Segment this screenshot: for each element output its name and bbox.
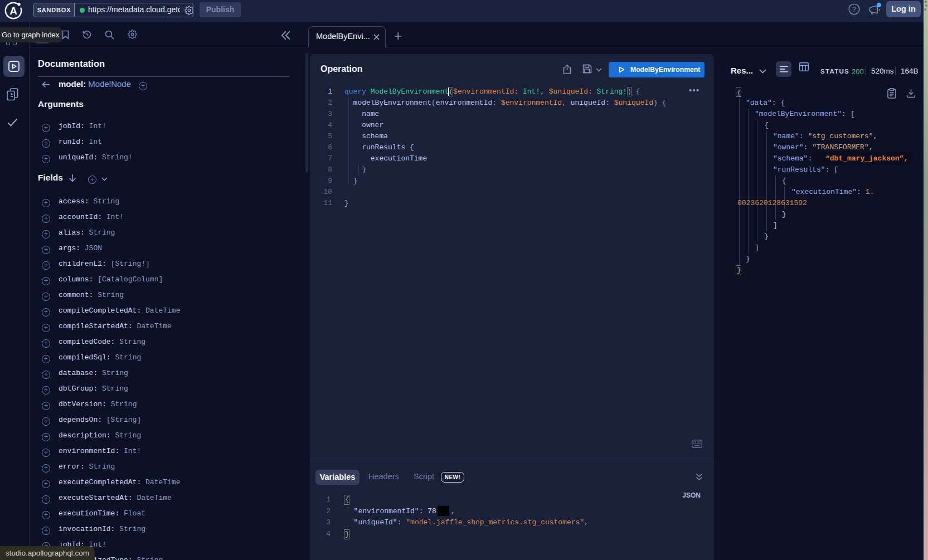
svg-text:A: A (9, 5, 17, 17)
svg-text:?: ? (852, 6, 856, 13)
